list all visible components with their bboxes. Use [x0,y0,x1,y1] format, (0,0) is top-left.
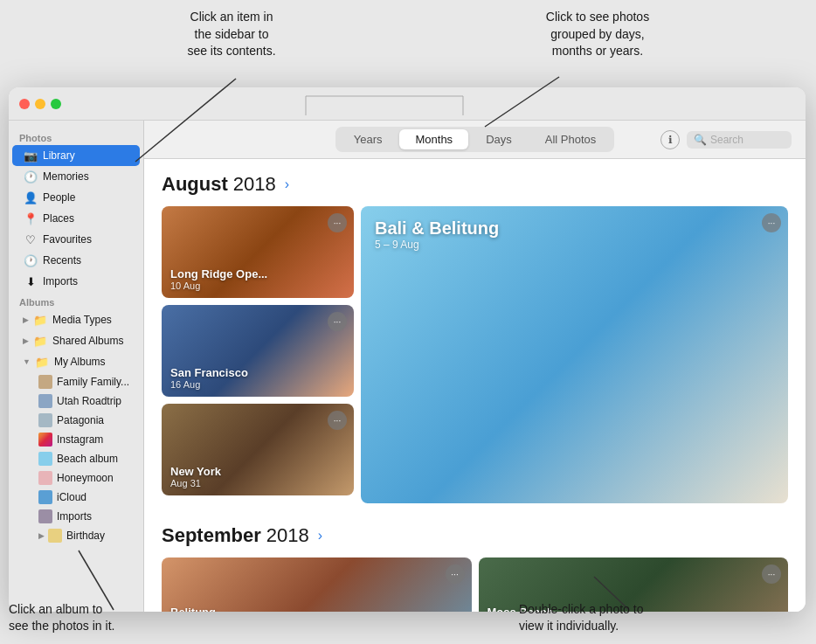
album-thumb-family [38,375,52,389]
photo-card-san-francisco[interactable]: ··· San Francisco 16 Aug [162,305,354,397]
view-tabs: Years Months Days All Photos [335,127,615,152]
sidebar-item-instagram[interactable]: Instagram [28,430,140,449]
memories-icon: 🕐 [23,169,38,184]
sidebar-item-beach-album[interactable]: Beach album [28,449,140,468]
album-thumb-utah [38,394,52,408]
photo-card-long-ridge[interactable]: ··· Long Ridge Ope... 10 Aug [162,206,354,298]
tab-days[interactable]: Days [470,129,528,149]
photo-card-new-york[interactable]: ··· New York Aug 31 [162,404,354,495]
sidebar-item-honeymoon[interactable]: Honeymoon [28,468,140,488]
sidebar-item-imports[interactable]: ⬇ Imports [12,271,140,292]
album-thumb-honeymoon [38,471,52,485]
main-content: Years Months Days All Photos ℹ 🔍 Search [144,121,806,612]
sidebar-item-media-types[interactable]: ▶ 📁 Media Types [12,309,140,330]
tab-all-photos[interactable]: All Photos [529,129,612,149]
info-button[interactable]: ℹ [660,130,680,149]
annotation-topleft: Click an item in the sidebar to see its … [144,9,319,60]
close-button[interactable] [19,99,30,109]
san-francisco-label: San Francisco 16 Aug [162,359,257,397]
more-button-bali[interactable]: ··· [762,213,781,232]
september-year: 2018 [266,524,309,547]
more-button-long-ridge[interactable]: ··· [328,213,347,232]
sidebar-item-favourites[interactable]: ♡ Favourites [12,229,140,250]
sidebar-section-photos: Photos [9,128,143,145]
sidebar-item-imports-album[interactable]: Imports [28,507,140,526]
september-month-name: September [162,524,261,547]
traffic-lights [19,99,61,109]
august-grid: ··· Long Ridge Ope... 10 Aug ··· San Fra… [162,206,788,503]
toolbar: Years Months Days All Photos ℹ 🔍 Search [144,121,806,159]
sidebar-item-my-albums[interactable]: ▼ 📁 My Albums [12,351,140,372]
sidebar-item-people[interactable]: 👤 People [12,187,140,208]
chevron-down-icon: ▼ [23,357,31,366]
toolbar-right: ℹ 🔍 Search [660,130,792,149]
folder-icon: 📁 [32,312,48,328]
more-button-moss-beach[interactable]: ··· [762,564,781,584]
sidebar-item-patagonia[interactable]: Patagonia [28,411,140,430]
september-header: September 2018 › [162,524,788,547]
tab-years[interactable]: Years [338,129,398,149]
my-albums-folder-icon: 📁 [34,354,50,370]
long-ridge-label: Long Ridge Ope... 10 Aug [162,260,276,298]
photo-card-belitung[interactable]: ··· Belitung 11 – 15 Sep [162,557,472,612]
minimize-button[interactable] [35,99,45,109]
september-section: September 2018 › ··· Belitung 11 – 15 Se… [162,524,788,612]
photo-card-bali[interactable]: ··· Bali & Belitung 5 – 9 Aug [361,206,788,503]
titlebar [9,87,806,121]
main-window: Photos 📷 Library 🕐 Memories 👤 People 📍 P… [9,87,806,612]
sidebar-item-birthday[interactable]: ▶ Birthday [28,526,140,545]
recents-icon: 🕐 [23,253,38,268]
places-icon: 📍 [23,211,38,226]
search-icon: 🔍 [694,134,707,146]
sidebar-item-memories[interactable]: 🕐 Memories [12,166,140,187]
sidebar-section-albums: Albums [9,292,143,309]
new-york-label: New York Aug 31 [162,458,230,495]
chevron-right-icon-2: ▶ [23,336,29,345]
sidebar: Photos 📷 Library 🕐 Memories 👤 People 📍 P… [9,121,144,612]
august-chevron[interactable]: › [285,177,289,192]
august-year: 2018 [233,173,276,196]
imports-icon: ⬇ [23,274,38,289]
more-button-new-york[interactable]: ··· [328,411,347,430]
album-thumb-icloud [38,490,52,504]
app-body: Photos 📷 Library 🕐 Memories 👤 People 📍 P… [9,121,806,612]
photo-area: August 2018 › ··· Long Ridge Ope... 10 A… [144,159,806,612]
album-thumb-birthday [48,529,62,543]
august-month-name: August [162,173,228,196]
shared-folder-icon: 📁 [32,333,48,349]
sidebar-item-library[interactable]: 📷 Library [12,145,140,166]
september-chevron[interactable]: › [318,528,322,544]
heart-icon: ♡ [23,232,38,247]
search-box[interactable]: 🔍 Search [687,131,792,149]
annotation-topright: Click to see photos grouped by days, mon… [510,9,685,60]
august-header: August 2018 › [162,173,788,196]
sidebar-item-shared-albums[interactable]: ▶ 📁 Shared Albums [12,330,140,351]
sidebar-item-places[interactable]: 📍 Places [12,208,140,229]
august-left-col: ··· Long Ridge Ope... 10 Aug ··· San Fra… [162,206,354,503]
annotation-bottomright: Double-click a photo to view it individu… [519,601,729,635]
maximize-button[interactable] [51,99,61,109]
chevron-right-icon-birthday: ▶ [38,531,45,540]
search-placeholder: Search [710,134,743,146]
my-albums-list: Family Family... Utah Roadtrip Patagonia… [9,372,143,545]
chevron-right-icon: ▶ [23,315,29,324]
bali-label: Bali & Belitung 5 – 9 Aug [375,218,499,251]
album-thumb-imports [38,509,52,523]
sidebar-item-icloud[interactable]: iCloud [28,488,140,507]
more-button-belitung[interactable]: ··· [446,564,465,584]
sidebar-item-family-family[interactable]: Family Family... [28,372,140,391]
album-thumb-beach [38,452,52,466]
tab-months[interactable]: Months [399,129,468,149]
august-section: August 2018 › ··· Long Ridge Ope... 10 A… [162,173,788,503]
people-icon: 👤 [23,190,38,205]
album-thumb-instagram [38,433,52,447]
sidebar-item-recents[interactable]: 🕐 Recents [12,250,140,271]
album-thumb-patagonia [38,413,52,427]
library-icon: 📷 [23,148,38,163]
sidebar-item-utah[interactable]: Utah Roadtrip [28,391,140,411]
annotation-bottomleft: Click an album to see the photos in it. [9,601,183,635]
more-button-san-francisco[interactable]: ··· [328,312,347,331]
